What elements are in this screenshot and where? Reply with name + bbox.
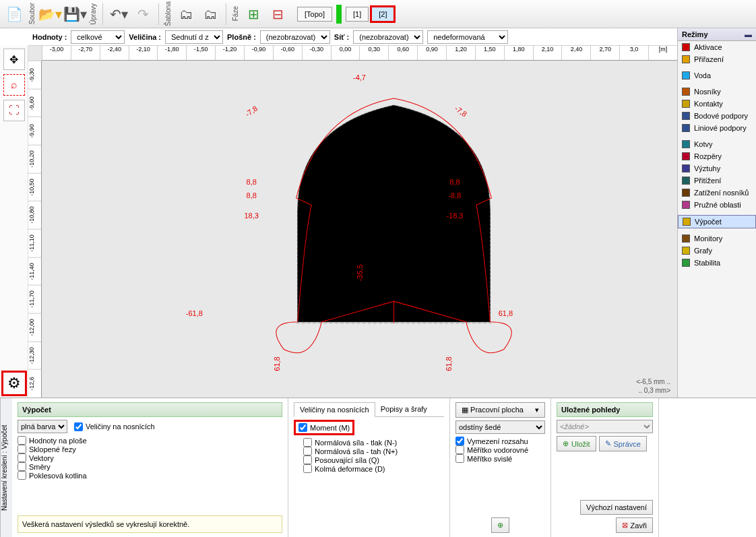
mode-item-liniové-podpory[interactable]: Liniové podpory — [678, 122, 756, 134]
plosne-select[interactable]: (nezobrazovat) — [260, 30, 330, 44]
moment-check[interactable]: Moment (M) — [294, 420, 354, 435]
chart-annotation: 61,8 — [445, 356, 453, 371]
bottom-tab-label[interactable]: Nastavení kreslení : Výpočet — [0, 398, 12, 537]
mode-item-aktivace[interactable]: Aktivace — [678, 41, 756, 53]
check-kolm-deformace-d-[interactable]: Kolmá deformace (D) — [294, 464, 444, 473]
modes-header: Režimy▬ — [678, 28, 756, 41]
check-vymezení-rozsahu[interactable]: Vymezení rozsahu — [455, 437, 545, 445]
saved-views-header: Uložené pohledy — [557, 402, 653, 417]
chart-annotation: -8,8 — [448, 191, 461, 199]
check-vektory[interactable]: Vektory — [18, 453, 282, 462]
mode-item-zatížení-nosníků[interactable]: Zatížení nosníků — [678, 187, 756, 199]
tab-quantities[interactable]: Veličiny na nosnících — [294, 402, 375, 417]
hodnoty-select[interactable]: celkové — [71, 30, 125, 44]
phase-add-button[interactable]: ⊞ — [242, 1, 265, 27]
add-view-button[interactable]: ⊕ — [491, 517, 509, 533]
check-posouvaj-c-s-la-q-[interactable]: Posouvající síla (Q) — [294, 455, 444, 464]
save-view-button[interactable]: ⊕ Uložit — [557, 436, 596, 451]
chart-annotation: 61,8 — [499, 309, 513, 317]
save-button[interactable]: 💾▾ — [63, 1, 87, 27]
check-měřítko-svislé[interactable]: Měřítko svislé — [455, 454, 545, 463]
new-file-button[interactable]: 📄 — [3, 1, 26, 27]
mode-item-výztuhy[interactable]: Výztuhy — [678, 162, 756, 175]
chart-annotation: -18,3 — [446, 212, 463, 220]
workspace-col: ▦ Pracovní plocha ▾ odstíny šedé Vymezen… — [450, 398, 551, 537]
pan-tool[interactable]: ✥ — [3, 49, 25, 70]
manage-views-button[interactable]: ✎ Správce — [599, 436, 647, 451]
beam-quantities-check[interactable]: Veličiny na nosnících — [74, 422, 155, 431]
default-settings-button[interactable]: Výchozí nastavení — [580, 500, 653, 515]
chart-annotation: -61,8 — [186, 309, 203, 317]
mode-item-výpočet[interactable]: Výpočet — [678, 215, 756, 228]
phase-remove-button[interactable]: ⊟ — [266, 1, 289, 27]
undo-button[interactable]: ↶▾ — [107, 1, 130, 27]
mode-item-rozpěry[interactable]: Rozpěry — [678, 150, 756, 162]
shade-select[interactable]: odstíny šedé — [455, 420, 545, 434]
velicina-select[interactable]: Sednutí d z — [165, 30, 223, 44]
calc-settings-col: Výpočet plná barva Veličiny na nosnících… — [12, 398, 288, 537]
sit-label: Síť : — [334, 33, 349, 41]
chart-annotation: 8,8 — [247, 191, 257, 199]
mode-item-bodové-podpory[interactable]: Bodové podpory — [678, 110, 756, 122]
scale-note: <-6,5 mm .... 0,3 mm> — [636, 377, 670, 395]
mode-item-přiřazení[interactable]: Přiřazení — [678, 53, 756, 65]
chart-annotation: 61,8 — [273, 356, 281, 371]
velicina-label: Veličina : — [129, 33, 161, 41]
deform-select[interactable]: nedeformovaná — [427, 30, 508, 44]
chart-annotation: 18,3 — [244, 212, 258, 220]
sit-select[interactable]: (nezobrazovat) — [353, 30, 423, 44]
phase-tab-1[interactable]: [1] — [346, 7, 369, 22]
drawing-canvas[interactable]: -3,00-2,70-2,40-2,10-1,80-1,50-1,20-0,90… — [28, 46, 677, 398]
redo-button[interactable]: ↷ — [131, 1, 154, 27]
mode-item-grafy[interactable]: Grafy — [678, 245, 756, 257]
status-message: Veškerá nastavení výsledků se vykreslují… — [18, 515, 282, 533]
phase-tab-2[interactable]: [2] — [370, 5, 396, 23]
faze-label: Fáze — [230, 6, 241, 21]
saved-views-select[interactable]: <žádné> — [557, 420, 653, 433]
close-button[interactable]: ⊠ Zavři — [616, 517, 653, 533]
check-norm-lov-s-la-tlak-n-[interactable]: Normálová síla - tlak (N-) — [294, 438, 444, 447]
open-button[interactable]: 📂▾ — [38, 1, 62, 27]
horizontal-ruler: -3,00-2,70-2,40-2,10-1,80-1,50-1,20-0,90… — [42, 46, 677, 61]
tab-labels[interactable]: Popisy a šrafy — [375, 402, 433, 416]
bottom-panel: Nastavení kreslení : Výpočet Výpočet pln… — [0, 398, 756, 537]
settings-button[interactable]: ⚙ — [1, 371, 27, 396]
phase-status-icon — [336, 5, 342, 24]
minimize-icon[interactable]: ▬ — [745, 30, 752, 38]
chart-annotation: 8,8 — [247, 178, 257, 186]
chart-annotation: 8,8 — [449, 178, 460, 186]
mode-item-monitory[interactable]: Monitory — [678, 232, 756, 245]
main-area: ✥ ⌕ ⛶ ⚙ -3,00-2,70-2,40-2,10-1,80-1,50-1… — [0, 46, 756, 398]
chart-annotation: -4,7 — [353, 73, 366, 82]
plosne-label: Plošně : — [227, 33, 256, 41]
check-měřítko-vodorovné[interactable]: Měřítko vodorovné — [455, 445, 545, 454]
hodnoty-label: Hodnoty : — [32, 33, 67, 41]
color-mode-select[interactable]: plná barva — [18, 420, 67, 433]
zoom-rect-tool[interactable]: ⌕ — [3, 74, 25, 96]
phase-tab-topo[interactable]: [Topo] — [297, 7, 332, 22]
plot-area: -4,7-7,8-7,88,88,818,38,8-8,8-18,3-35,5-… — [42, 61, 677, 398]
chart-annotation: -35,5 — [356, 264, 364, 281]
display-options-row: Hodnoty : celkové Veličina : Sednutí d z… — [28, 28, 677, 46]
mode-item-voda[interactable]: Voda — [678, 69, 756, 82]
workspace-dropdown[interactable]: ▦ Pracovní plocha ▾ — [455, 402, 545, 418]
mode-item-nosníky[interactable]: Nosníky — [678, 86, 756, 98]
mode-item-kotvy[interactable]: Kotvy — [678, 138, 756, 150]
check-poklesová-kotlina[interactable]: Poklesová kotlina — [18, 471, 282, 480]
template2-button[interactable]: 🗂 — [199, 1, 222, 27]
beam-quantities-col: Veličiny na nosnících Popisy a šrafy Mom… — [288, 398, 450, 537]
sablona-label: Šablona — [163, 1, 173, 26]
check-norm-lov-s-la-tah-n-[interactable]: Normálová síla - tah (N+) — [294, 447, 444, 455]
mode-item-stabilita[interactable]: Stabilita — [678, 257, 756, 269]
check-hodnoty-na-ploše[interactable]: Hodnoty na ploše — [18, 436, 282, 445]
mode-item-pružné-oblasti[interactable]: Pružné oblasti — [678, 199, 756, 211]
check-sklopené-řezy[interactable]: Sklopené řezy — [18, 445, 282, 453]
saved-views-col: Uložené pohledy <žádné> ⊕ Uložit ✎ Správ… — [551, 398, 659, 537]
upravy-label: Úpravy — [88, 3, 98, 25]
fit-tool[interactable]: ⛶ — [3, 100, 25, 121]
mode-item-kontakty[interactable]: Kontakty — [678, 98, 756, 110]
top-toolbar: 📄 Soubor 📂▾ 💾▾ Úpravy ↶▾ ↷ Šablona 🗂 🗂 F… — [0, 0, 756, 28]
mode-item-přitížení[interactable]: Přitížení — [678, 175, 756, 187]
check-směry[interactable]: Směry — [18, 462, 282, 471]
template1-button[interactable]: 🗂 — [175, 1, 197, 27]
